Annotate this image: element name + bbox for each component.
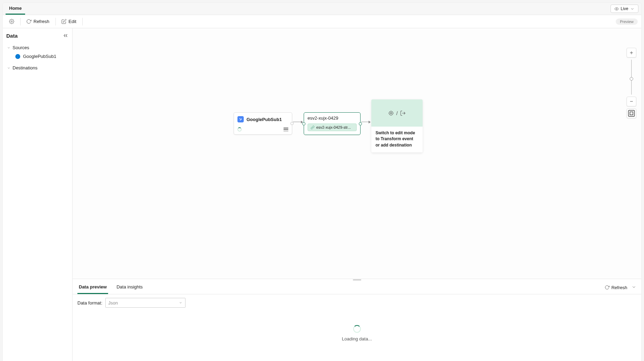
edit-button[interactable]: Edit: [59, 17, 79, 26]
transform-icon: [388, 110, 394, 116]
refresh-icon: [26, 19, 31, 24]
node-title: GooglePubSub1: [247, 117, 282, 122]
data-format-label: Data format:: [77, 300, 103, 306]
preview-panel: Data preview Data insights Refresh: [73, 281, 641, 361]
chevron-down-icon: [630, 7, 635, 11]
node-stream[interactable]: esv2-xujx-0429 esv2-xujx-0429-str...: [304, 112, 361, 135]
tab-home[interactable]: Home: [6, 3, 25, 15]
zoom-out-button[interactable]: −: [627, 97, 636, 106]
output-port[interactable]: [290, 122, 294, 125]
edge: [293, 122, 303, 122]
tab-data-insights[interactable]: Data insights: [115, 281, 144, 294]
top-tab-bar: Home Live: [3, 3, 641, 15]
toolbar: Refresh Edit Preview: [3, 15, 641, 28]
zoom-slider[interactable]: [631, 60, 632, 95]
collapse-sidebar-button[interactable]: [62, 32, 69, 39]
fit-to-screen-button[interactable]: [627, 108, 636, 118]
live-toggle[interactable]: Live: [611, 5, 638, 13]
gear-icon: [9, 19, 14, 24]
input-port[interactable]: [302, 122, 305, 125]
stream-pill[interactable]: esv2-xujx-0429-str...: [308, 123, 357, 131]
preview-badge: Preview: [616, 18, 638, 25]
chevron-down-icon: [7, 66, 10, 70]
node-hint[interactable]: / Switch to edit mode to Transform event…: [371, 99, 423, 152]
refresh-icon: [605, 285, 609, 290]
chevron-down-icon: [179, 301, 182, 304]
loading-text: Loading data...: [342, 336, 372, 341]
canvas[interactable]: ＋ − GooglePubSub1: [73, 28, 641, 279]
hint-text: Switch to edit mode to Transform event o…: [371, 127, 423, 152]
sidebar: Data Sources GooglePubSub1 Destinat: [3, 28, 73, 361]
edit-icon: [61, 19, 67, 24]
svg-rect-3: [630, 112, 633, 115]
output-port[interactable]: [359, 122, 362, 125]
sidebar-title: Data: [6, 33, 18, 39]
details-icon[interactable]: [283, 128, 288, 131]
svg-point-4: [391, 112, 392, 114]
svg-rect-2: [628, 110, 634, 116]
pubsub-icon: [15, 54, 20, 59]
tree-item-googlepubsub1[interactable]: GooglePubSub1: [6, 52, 69, 61]
zoom-in-button[interactable]: ＋: [627, 48, 636, 58]
tab-data-preview[interactable]: Data preview: [77, 281, 108, 294]
chevron-double-left-icon: [62, 32, 69, 39]
tree-destinations-header[interactable]: Destinations: [6, 64, 69, 72]
svg-point-5: [389, 111, 393, 115]
pubsub-icon: [237, 116, 244, 122]
settings-button[interactable]: [6, 17, 17, 26]
svg-point-0: [616, 8, 617, 9]
fit-icon: [627, 109, 636, 118]
chevron-down-icon: [7, 46, 10, 50]
tree-sources-header[interactable]: Sources: [6, 44, 69, 52]
node-title: esv2-xujx-0429: [304, 113, 360, 122]
data-format-select[interactable]: Json: [105, 298, 185, 308]
link-icon: [311, 126, 315, 129]
eye-icon: [614, 7, 619, 11]
svg-point-1: [11, 21, 13, 22]
zoom-controls: ＋ −: [627, 48, 636, 118]
preview-refresh-button[interactable]: Refresh: [605, 285, 627, 290]
loading-spinner-icon: [353, 325, 361, 333]
node-source-googlepubsub1[interactable]: GooglePubSub1: [234, 112, 292, 135]
slash-icon: /: [396, 110, 397, 116]
edge: [361, 122, 370, 122]
loading-spinner-icon: [237, 127, 242, 131]
chevron-down-icon: [631, 285, 636, 289]
collapse-panel-button[interactable]: [631, 285, 636, 291]
refresh-button[interactable]: Refresh: [23, 17, 53, 26]
output-icon: [400, 110, 406, 116]
